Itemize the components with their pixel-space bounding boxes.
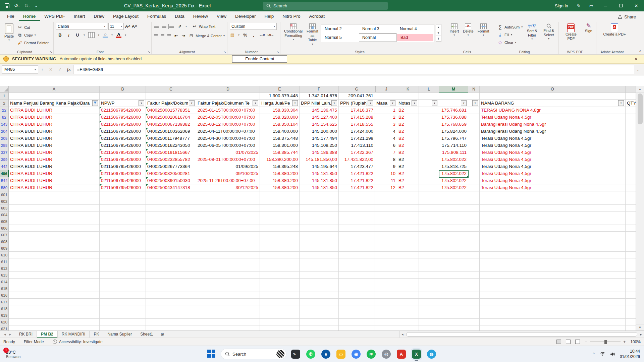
cell-O544[interactable]: Terasi Udang Nona 4,5gr <box>480 177 626 184</box>
cell-O621[interactable] <box>480 325 626 330</box>
cell-J442[interactable]: 9 <box>375 163 397 170</box>
hidden-icons-chevron[interactable]: ⌃ <box>592 352 595 356</box>
cell-E337[interactable]: 158.385.744 <box>260 149 300 156</box>
enable-content-button[interactable]: Enable Content <box>232 55 287 63</box>
cell-N603[interactable] <box>468 205 480 212</box>
cell-N607[interactable] <box>468 232 480 238</box>
cell-G604[interactable] <box>339 212 375 218</box>
cell-22[interactable] <box>626 107 636 114</box>
cell-B205[interactable]: 0211506795426000 <box>100 135 146 142</box>
cell-M544[interactable]: 175.802.022 <box>439 177 468 184</box>
cell-E617[interactable] <box>260 299 300 305</box>
cell-J1[interactable] <box>375 93 397 100</box>
cell-J608[interactable] <box>375 238 397 245</box>
cell-N612[interactable] <box>468 265 480 272</box>
cell-A204[interactable]: CITRA BUDI LUHUR <box>9 128 100 135</box>
cell-K606[interactable] <box>397 225 419 232</box>
cell-K22[interactable]: B2 <box>397 107 419 114</box>
conditional-formatting-button[interactable]: Conditional Formatting▾ <box>283 23 304 46</box>
cell-G618[interactable] <box>339 305 375 312</box>
decrease-decimal-icon[interactable]: .00→ <box>268 32 273 38</box>
cell-N580[interactable] <box>468 184 480 191</box>
cell-617[interactable] <box>626 299 636 305</box>
cell-L605[interactable] <box>419 218 439 225</box>
cell-F611[interactable] <box>300 258 339 265</box>
sheet-tab-rk-bri[interactable]: RK BRI <box>15 331 37 338</box>
cell-C610[interactable] <box>146 252 196 258</box>
filter-dropdown-icon[interactable]: ▾ <box>412 100 417 106</box>
cell-E22[interactable]: 158.330.304 <box>260 107 300 114</box>
decrease-font-size-icon[interactable]: A˅ <box>132 24 137 29</box>
cell-399[interactable] <box>626 156 636 163</box>
cell-D605[interactable] <box>196 218 260 225</box>
zoom-in-icon[interactable]: + <box>623 340 626 344</box>
taskbar-search[interactable]: Search <box>221 349 286 359</box>
cell-D617[interactable] <box>196 299 260 305</box>
cell-C603[interactable] <box>146 205 196 212</box>
cell-E486[interactable]: 158.380.200 <box>260 170 300 177</box>
menu-tab-home[interactable]: Home <box>19 12 40 21</box>
cell-K442[interactable]: B2 <box>397 163 419 170</box>
cell-O486[interactable]: Terasi Udang Nona 4,5gr <box>480 170 626 177</box>
cell-D1[interactable] <box>196 93 260 100</box>
font-name-select[interactable]: Calibri▾ <box>56 23 107 30</box>
cell-D544[interactable]: 2025-11-26T00:00:00+07:00 <box>196 177 260 184</box>
cell-K82[interactable]: B2 <box>397 114 419 121</box>
ribbon-display-options-icon[interactable]: ▭ <box>585 0 598 11</box>
cell-E602[interactable] <box>260 198 300 205</box>
cell-M143[interactable]: 175.768.659 <box>439 121 468 128</box>
cell-style-normal-3[interactable]: Normal 3 <box>359 24 396 33</box>
cell-F608[interactable] <box>300 238 339 245</box>
cell-N614[interactable] <box>468 279 480 285</box>
cell-C611[interactable] <box>146 258 196 265</box>
cell-G621[interactable] <box>339 325 375 330</box>
align-middle-icon[interactable] <box>162 25 166 28</box>
cell-F337[interactable]: 145.186.388 <box>300 149 339 156</box>
volume-icon[interactable] <box>610 352 615 356</box>
cell-E204[interactable]: 158.400.000 <box>260 128 300 135</box>
cell-M205[interactable]: 175.796.747 <box>439 135 468 142</box>
cell-O615[interactable] <box>480 285 626 292</box>
cell-K399[interactable]: B2 <box>397 156 419 163</box>
cell-D601[interactable] <box>196 191 260 198</box>
customize-quick-access-icon[interactable]: ⌄ <box>35 4 38 8</box>
cell-O614[interactable] <box>480 279 626 285</box>
cell-M603[interactable] <box>439 205 468 212</box>
row-header-601[interactable]: 601 <box>0 191 9 198</box>
save-icon[interactable] <box>5 3 9 8</box>
cell-M22[interactable]: 175.746.681 <box>439 107 468 114</box>
cell-style-normal[interactable]: Normal <box>359 33 396 42</box>
enter-formula-icon[interactable]: ✓ <box>58 67 62 72</box>
cell-602[interactable] <box>626 198 636 205</box>
cell-G612[interactable] <box>339 265 375 272</box>
menu-tab-page-layout[interactable]: Page Layout <box>109 12 143 21</box>
cell-C143[interactable]: 04002500067139382 <box>146 121 196 128</box>
cell-N22[interactable] <box>468 107 480 114</box>
accounting-format-icon[interactable]: ▤ <box>230 32 235 38</box>
cell-A613[interactable] <box>9 272 100 279</box>
cell-N204[interactable] <box>468 128 480 135</box>
cell-J22[interactable]: 1 <box>375 107 397 114</box>
cell-C619[interactable] <box>146 312 196 319</box>
row-header-2[interactable]: 2 <box>0 100 9 107</box>
cell-N544[interactable] <box>468 177 480 184</box>
cell-N605[interactable] <box>468 218 480 225</box>
cell-C613[interactable] <box>146 272 196 279</box>
menu-tab-view[interactable]: View <box>212 12 231 21</box>
cell-O612[interactable] <box>480 265 626 272</box>
cell-N617[interactable] <box>468 299 480 305</box>
cell-C22[interactable]: 04002500015778351 <box>146 107 196 114</box>
number-format-select[interactable]: Custom▾ <box>230 23 277 30</box>
wps-create-pdf-button[interactable]: PDFCreate PDF <box>561 23 581 42</box>
cell-style-normal-2[interactable]: Normal 2 <box>321 24 359 33</box>
cell-204[interactable] <box>626 128 636 135</box>
cell-N610[interactable] <box>468 252 480 258</box>
cell-L610[interactable] <box>419 252 439 258</box>
cell-A22[interactable]: CITRA BUDI LUHUR <box>9 107 100 114</box>
cell-486[interactable] <box>626 170 636 177</box>
row-header-609[interactable]: 609 <box>0 245 9 252</box>
cell-M1[interactable] <box>439 93 468 100</box>
cell-143[interactable] <box>626 121 636 128</box>
cell-O616[interactable] <box>480 292 626 299</box>
cell-K607[interactable] <box>397 232 419 238</box>
